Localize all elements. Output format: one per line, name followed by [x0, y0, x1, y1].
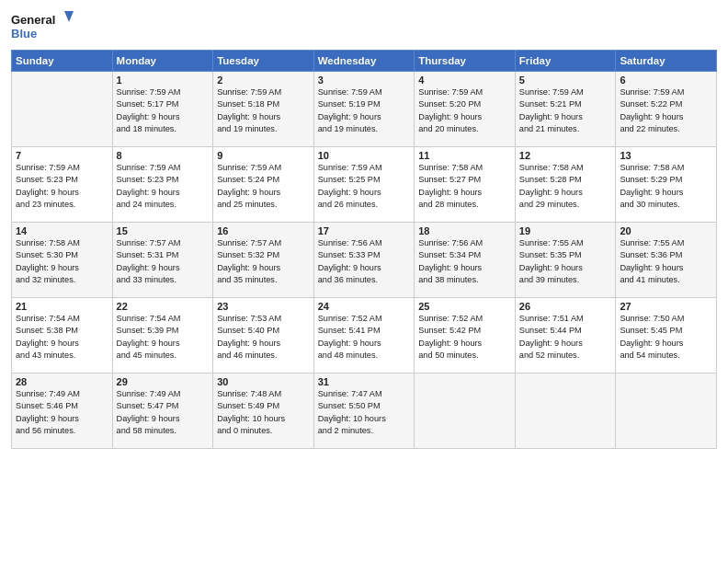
day-info: Sunrise: 7:56 AM Sunset: 5:34 PM Dayligh… — [418, 237, 511, 286]
calendar-cell: 6Sunrise: 7:59 AM Sunset: 5:22 PM Daylig… — [616, 72, 717, 147]
day-header: Sunday — [12, 51, 113, 72]
day-info: Sunrise: 7:57 AM Sunset: 5:32 PM Dayligh… — [217, 237, 310, 286]
calendar-table: SundayMondayTuesdayWednesdayThursdayFrid… — [11, 50, 717, 449]
day-number: 4 — [418, 75, 511, 86]
calendar-cell: 18Sunrise: 7:56 AM Sunset: 5:34 PM Dayli… — [415, 223, 516, 298]
day-info: Sunrise: 7:57 AM Sunset: 5:31 PM Dayligh… — [117, 237, 210, 286]
day-number: 9 — [217, 150, 310, 161]
days-header-row: SundayMondayTuesdayWednesdayThursdayFrid… — [12, 51, 717, 72]
day-number: 17 — [318, 225, 411, 236]
calendar-cell — [12, 72, 113, 147]
calendar-cell — [616, 373, 717, 449]
calendar-cell: 28Sunrise: 7:49 AM Sunset: 5:46 PM Dayli… — [12, 373, 113, 449]
calendar-cell: 15Sunrise: 7:57 AM Sunset: 5:31 PM Dayli… — [112, 223, 213, 298]
calendar-cell: 4Sunrise: 7:59 AM Sunset: 5:20 PM Daylig… — [415, 72, 516, 147]
day-number: 14 — [16, 225, 108, 236]
calendar-cell: 10Sunrise: 7:59 AM Sunset: 5:25 PM Dayli… — [313, 147, 415, 223]
day-number: 7 — [16, 150, 108, 161]
day-number: 10 — [318, 150, 411, 161]
day-info: Sunrise: 7:58 AM Sunset: 5:30 PM Dayligh… — [16, 237, 108, 286]
day-number: 13 — [620, 150, 712, 161]
day-number: 30 — [217, 376, 310, 387]
calendar-week-row: 1Sunrise: 7:59 AM Sunset: 5:17 PM Daylig… — [12, 72, 717, 147]
day-number: 18 — [418, 225, 511, 236]
day-number: 26 — [519, 301, 612, 312]
day-info: Sunrise: 7:55 AM Sunset: 5:36 PM Dayligh… — [620, 237, 712, 286]
logo: General Blue — [11, 9, 75, 44]
day-info: Sunrise: 7:51 AM Sunset: 5:44 PM Dayligh… — [519, 313, 612, 362]
calendar-week-row: 7Sunrise: 7:59 AM Sunset: 5:23 PM Daylig… — [12, 147, 717, 223]
calendar-week-row: 14Sunrise: 7:58 AM Sunset: 5:30 PM Dayli… — [12, 223, 717, 298]
day-info: Sunrise: 7:59 AM Sunset: 5:23 PM Dayligh… — [117, 162, 210, 211]
calendar-cell — [415, 373, 516, 449]
day-info: Sunrise: 7:49 AM Sunset: 5:46 PM Dayligh… — [16, 388, 108, 437]
calendar-cell: 30Sunrise: 7:48 AM Sunset: 5:49 PM Dayli… — [213, 373, 314, 449]
day-header: Tuesday — [213, 51, 314, 72]
day-info: Sunrise: 7:59 AM Sunset: 5:21 PM Dayligh… — [519, 86, 612, 135]
day-number: 8 — [117, 150, 210, 161]
calendar-cell: 1Sunrise: 7:59 AM Sunset: 5:17 PM Daylig… — [112, 72, 213, 147]
calendar-cell: 24Sunrise: 7:52 AM Sunset: 5:41 PM Dayli… — [313, 298, 415, 373]
day-info: Sunrise: 7:55 AM Sunset: 5:35 PM Dayligh… — [519, 237, 612, 286]
calendar-cell: 8Sunrise: 7:59 AM Sunset: 5:23 PM Daylig… — [112, 147, 213, 223]
calendar-cell: 13Sunrise: 7:58 AM Sunset: 5:29 PM Dayli… — [616, 147, 717, 223]
calendar-cell: 29Sunrise: 7:49 AM Sunset: 5:47 PM Dayli… — [112, 373, 213, 449]
day-info: Sunrise: 7:59 AM Sunset: 5:23 PM Dayligh… — [16, 162, 108, 211]
calendar-cell: 17Sunrise: 7:56 AM Sunset: 5:33 PM Dayli… — [313, 223, 415, 298]
day-header: Friday — [515, 51, 616, 72]
day-number: 19 — [519, 225, 612, 236]
day-info: Sunrise: 7:48 AM Sunset: 5:49 PM Dayligh… — [217, 388, 310, 437]
day-info: Sunrise: 7:59 AM Sunset: 5:22 PM Dayligh… — [620, 86, 712, 135]
day-info: Sunrise: 7:47 AM Sunset: 5:50 PM Dayligh… — [318, 388, 411, 437]
day-info: Sunrise: 7:54 AM Sunset: 5:38 PM Dayligh… — [16, 313, 108, 362]
svg-marker-2 — [64, 11, 74, 22]
day-info: Sunrise: 7:56 AM Sunset: 5:33 PM Dayligh… — [318, 237, 411, 286]
day-header: Monday — [112, 51, 213, 72]
calendar-cell: 9Sunrise: 7:59 AM Sunset: 5:24 PM Daylig… — [213, 147, 314, 223]
day-number: 11 — [418, 150, 511, 161]
day-number: 22 — [117, 301, 210, 312]
day-info: Sunrise: 7:54 AM Sunset: 5:39 PM Dayligh… — [117, 313, 210, 362]
calendar-cell: 19Sunrise: 7:55 AM Sunset: 5:35 PM Dayli… — [515, 223, 616, 298]
day-number: 15 — [117, 225, 210, 236]
day-info: Sunrise: 7:52 AM Sunset: 5:41 PM Dayligh… — [318, 313, 411, 362]
day-info: Sunrise: 7:58 AM Sunset: 5:27 PM Dayligh… — [418, 162, 511, 211]
calendar-cell: 27Sunrise: 7:50 AM Sunset: 5:45 PM Dayli… — [616, 298, 717, 373]
calendar-cell: 11Sunrise: 7:58 AM Sunset: 5:27 PM Dayli… — [415, 147, 516, 223]
calendar-cell: 12Sunrise: 7:58 AM Sunset: 5:28 PM Dayli… — [515, 147, 616, 223]
calendar-week-row: 21Sunrise: 7:54 AM Sunset: 5:38 PM Dayli… — [12, 298, 717, 373]
day-info: Sunrise: 7:59 AM Sunset: 5:20 PM Dayligh… — [418, 86, 511, 135]
day-number: 16 — [217, 225, 310, 236]
day-number: 28 — [16, 376, 108, 387]
calendar-cell: 20Sunrise: 7:55 AM Sunset: 5:36 PM Dayli… — [616, 223, 717, 298]
day-number: 12 — [519, 150, 612, 161]
calendar-cell: 7Sunrise: 7:59 AM Sunset: 5:23 PM Daylig… — [12, 147, 113, 223]
day-header: Saturday — [616, 51, 717, 72]
day-number: 27 — [620, 301, 712, 312]
day-number: 25 — [418, 301, 511, 312]
calendar-cell: 22Sunrise: 7:54 AM Sunset: 5:39 PM Dayli… — [112, 298, 213, 373]
day-number: 2 — [217, 75, 310, 86]
svg-text:General: General — [11, 13, 55, 27]
day-info: Sunrise: 7:50 AM Sunset: 5:45 PM Dayligh… — [620, 313, 712, 362]
calendar-cell: 21Sunrise: 7:54 AM Sunset: 5:38 PM Dayli… — [12, 298, 113, 373]
calendar-container: General Blue SundayMondayTuesdayWednesda… — [0, 0, 728, 563]
day-number: 23 — [217, 301, 310, 312]
header: General Blue — [11, 9, 717, 44]
day-info: Sunrise: 7:58 AM Sunset: 5:29 PM Dayligh… — [620, 162, 712, 211]
day-info: Sunrise: 7:53 AM Sunset: 5:40 PM Dayligh… — [217, 313, 310, 362]
day-number: 1 — [117, 75, 210, 86]
calendar-week-row: 28Sunrise: 7:49 AM Sunset: 5:46 PM Dayli… — [12, 373, 717, 449]
calendar-cell: 25Sunrise: 7:52 AM Sunset: 5:42 PM Dayli… — [415, 298, 516, 373]
day-number: 3 — [318, 75, 411, 86]
calendar-cell — [515, 373, 616, 449]
day-info: Sunrise: 7:52 AM Sunset: 5:42 PM Dayligh… — [418, 313, 511, 362]
calendar-cell: 3Sunrise: 7:59 AM Sunset: 5:19 PM Daylig… — [313, 72, 415, 147]
day-number: 29 — [117, 376, 210, 387]
calendar-cell: 2Sunrise: 7:59 AM Sunset: 5:18 PM Daylig… — [213, 72, 314, 147]
day-info: Sunrise: 7:59 AM Sunset: 5:17 PM Dayligh… — [117, 86, 210, 135]
day-number: 24 — [318, 301, 411, 312]
day-info: Sunrise: 7:58 AM Sunset: 5:28 PM Dayligh… — [519, 162, 612, 211]
day-number: 5 — [519, 75, 612, 86]
calendar-cell: 16Sunrise: 7:57 AM Sunset: 5:32 PM Dayli… — [213, 223, 314, 298]
